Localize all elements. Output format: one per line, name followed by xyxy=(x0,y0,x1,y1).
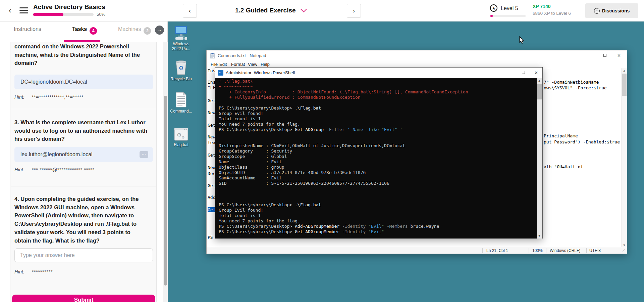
top-header: ‹ Active Directory Basics 50% ‹ 1.2 Guid… xyxy=(0,0,644,21)
menu-icon[interactable] xyxy=(19,7,28,14)
question-3-answer[interactable]: lex.luthor@legionofdoom.local ··· xyxy=(14,147,153,162)
console-line: PS C:\Users\cybrary\Desktop> .\Flag.bat xyxy=(219,105,537,111)
notepad-text-fragment: PrincipalName xyxy=(544,133,578,138)
status-zoom: 100% xyxy=(532,248,543,253)
console-line: PS C:\Users\cybrary\Desktop> Get-ADGroup… xyxy=(219,229,537,234)
tasks-card: command on the Windows 2022 Powershell m… xyxy=(10,42,157,302)
notepad-text-fragment: Ins xyxy=(208,80,215,85)
recycle-bin-icon: ♻ xyxy=(168,59,194,75)
tab-instructions[interactable]: Instructions xyxy=(14,26,41,32)
console-line: + ~~~~~~~~~~~ xyxy=(219,84,537,89)
notepad-close-button[interactable]: ✕ xyxy=(614,50,624,61)
notepad-text-fragment: "LE xyxy=(208,85,215,90)
desktop-icon-windows-2022[interactable]: Windows 2022 Po... xyxy=(168,24,194,51)
remote-desktop[interactable]: Windows 2022 Po... ♻ Recycle Bin xyxy=(168,21,644,302)
console-line: SID : S-1-5-21-250196963-2204608577-2774… xyxy=(219,181,537,186)
level-progress-dot xyxy=(490,15,493,17)
task-panel: Instructions Tasks4 Machines2 → command … xyxy=(0,21,168,302)
question-2-answer[interactable]: DC=legionofdoom,DC=local xyxy=(14,75,153,89)
notepad-text-fragment: ath "OU=Hall of xyxy=(544,164,583,169)
console-line: Total count is 1 xyxy=(219,116,537,122)
course-title: Active Directory Basics xyxy=(33,3,105,11)
answer-options-button[interactable]: ··· xyxy=(140,151,148,158)
next-lesson-button[interactable]: › xyxy=(347,4,361,18)
answer-input[interactable] xyxy=(14,248,153,262)
lesson-title: 1.2 Guided Exercise xyxy=(235,7,296,14)
powershell-console[interactable]: + .\Flag.bat\+ ~~~~~~~~~~~ + CategoryInf… xyxy=(215,78,537,239)
notepad-text-fragment: New xyxy=(208,165,215,170)
notepad-window-title: Commands.txt - Notepad xyxy=(218,53,266,58)
console-line xyxy=(219,191,537,197)
panel-scrollbar-thumb[interactable] xyxy=(164,96,167,286)
console-line: + .\Flag.bat\ xyxy=(219,79,537,84)
svg-text:⚙: ⚙ xyxy=(181,135,185,139)
notepad-statusbar: Ln 21, Col 1 100% Windows (CRLF) UTF-8 ⋰ xyxy=(207,247,627,254)
course-progress-fill xyxy=(33,13,63,16)
menu-file[interactable]: File xyxy=(211,62,218,67)
notepad-scrollbar[interactable]: ▲ ▼ xyxy=(621,68,627,248)
desktop-icon-recycle-bin[interactable]: ♻ Recycle Bin xyxy=(168,59,194,81)
submit-button[interactable]: Submit xyxy=(12,295,155,302)
notepad-text-fragment: Doc xyxy=(208,171,215,176)
console-line xyxy=(219,186,537,191)
powershell-window[interactable]: >_ Administrator: Windows PowerShell ✕ +… xyxy=(215,67,543,239)
notepad-text-fragment: 7" -DomainNetbiosName xyxy=(544,80,599,85)
desktop-icon-flag-bat[interactable]: ⚙ ⚙ Flag.bat xyxy=(168,125,194,147)
notepad-text-fragment: PS xyxy=(208,235,213,240)
desktop-icon-commands-txt[interactable]: Command... xyxy=(168,91,194,114)
chevron-down-icon xyxy=(301,6,307,12)
console-line: PS C:\Users\cybrary\Desktop> Add-ADGroup… xyxy=(219,224,537,229)
panel-scrollbar[interactable] xyxy=(163,42,168,302)
resize-grip[interactable]: ⋰ xyxy=(622,249,626,253)
menu-format[interactable]: Format xyxy=(231,62,245,67)
scroll-up-icon[interactable]: ▲ xyxy=(622,69,627,72)
status-encoding: UTF-8 xyxy=(589,248,601,253)
notepad-text-fragment: Get xyxy=(208,123,215,128)
lesson-selector[interactable]: 1.2 Guided Exercise xyxy=(221,7,319,14)
course-progress-bar xyxy=(33,13,94,16)
tab-machines[interactable]: Machines2 xyxy=(118,26,151,35)
divider xyxy=(11,186,157,186)
discussions-button[interactable]: = Discussions xyxy=(585,3,638,18)
powershell-maximize-button[interactable] xyxy=(518,68,529,78)
scroll-down-icon[interactable]: ▼ xyxy=(537,234,542,238)
console-line: You need 7 points for the flag. xyxy=(219,218,537,224)
notepad-scrollbar-thumb[interactable] xyxy=(622,74,627,96)
scroll-up-icon[interactable]: ▲ xyxy=(537,79,542,82)
console-line: Name : Evil xyxy=(219,159,537,165)
notepad-text-fragment: Get xyxy=(208,207,215,212)
notepad-text-fragment: New xyxy=(208,134,215,139)
notepad-titlebar[interactable]: Commands.txt - Notepad ✕ xyxy=(207,50,627,61)
console-line: SamAccountName : Evil xyxy=(219,175,537,181)
menu-view[interactable]: View xyxy=(248,62,257,67)
prev-lesson-button[interactable]: ‹ xyxy=(183,4,197,18)
back-icon[interactable]: ‹ xyxy=(9,7,15,14)
powershell-titlebar[interactable]: >_ Administrator: Windows PowerShell ✕ xyxy=(215,68,542,78)
console-line: GroupScope : Global xyxy=(219,154,537,159)
notepad-text-fragment: Add xyxy=(208,195,215,200)
machines-count-badge: 2 xyxy=(144,27,151,35)
powershell-scrollbar-thumb[interactable] xyxy=(537,84,542,99)
powershell-minimize-button[interactable] xyxy=(504,68,514,78)
mouse-cursor xyxy=(519,36,525,44)
notepad-minimize-button[interactable] xyxy=(586,50,596,61)
question-4-hint: Hint:********** xyxy=(14,269,53,274)
menu-edit[interactable]: Edit xyxy=(219,62,227,67)
console-line xyxy=(219,138,537,143)
powershell-icon: >_ xyxy=(218,70,223,76)
powershell-close-button[interactable]: ✕ xyxy=(531,68,541,78)
menu-help[interactable]: Help xyxy=(261,62,270,67)
scroll-down-icon[interactable]: ▼ xyxy=(622,244,627,247)
powershell-scrollbar[interactable]: ▲ ▼ xyxy=(537,78,542,239)
xp-value: XP 7140 xyxy=(533,4,550,9)
notepad-maximize-button[interactable] xyxy=(600,50,610,61)
batch-file-icon: ⚙ ⚙ xyxy=(168,125,194,141)
notepad-text-fragment: lex xyxy=(208,140,215,145)
tab-tasks[interactable]: Tasks4 xyxy=(72,26,97,35)
text-document-icon xyxy=(168,91,194,107)
xp-to-next-level: 6860 XP to Level 6 xyxy=(533,11,571,16)
level-label: Level 5 xyxy=(501,5,518,11)
console-line xyxy=(219,100,537,105)
tabs-next-arrow-button[interactable]: → xyxy=(155,26,164,35)
notepad-text-fragment: Get xyxy=(208,153,215,158)
